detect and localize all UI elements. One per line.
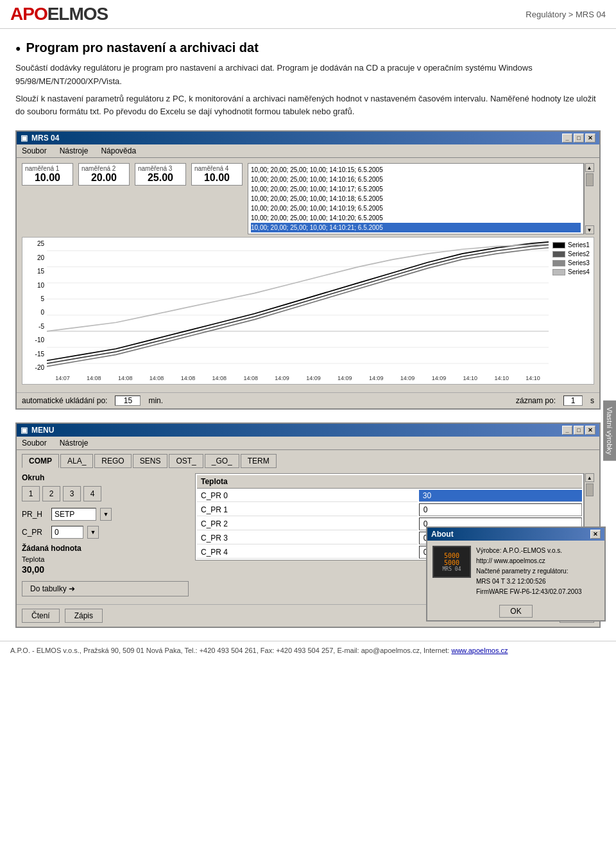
top-header: APOELMOS Regulátory > MRS 04 [0,0,616,29]
do-tabulky-button[interactable]: Do tabulky ➜ [22,581,189,596]
menu-title-text: MENU [31,426,54,435]
menu-tabs: COMP ALA_ REGO SENS OST_ _GO_ TERM [22,454,594,468]
tab-ost[interactable]: OST_ [169,454,203,468]
data-row-6: 10,00; 20,00; 25,00; 10,00; 14:10:21; 6.… [251,223,581,232]
side-tab[interactable]: Vlastní výrobky [603,400,616,461]
mrs-menu-nastroje[interactable]: Nástroje [57,146,91,156]
teplota-val-0[interactable]: 30 [419,490,583,502]
mrs-data-and-scroll: 10,00; 20,00; 25,00; 10,00; 14:10:15; 6.… [248,163,594,234]
paragraph-2: Slouží k nastavení parametrů regulátoru … [15,92,601,119]
mrs-maximize-btn[interactable]: □ [574,134,584,143]
mrs-values-col: naměřená 1 10.00 naměřená 2 20.00 naměře… [22,163,243,234]
about-device-image: 5000 5000 MRS 04 [432,546,471,578]
menu-panel: ▣ MENU _ □ ✕ Soubor Nástroje COMP ALA_ R… [15,422,601,628]
record-label: záznam po: [516,396,556,405]
teplota-scroll-up[interactable]: ▲ [585,473,594,482]
data-row-5: 10,00; 20,00; 25,00; 10,00; 14:10:20; 6.… [251,213,581,223]
tab-sens[interactable]: SENS [133,454,168,468]
about-close-btn[interactable]: ✕ [590,530,601,539]
scroll-thumb[interactable] [586,173,594,186]
legend-series1-label: Series1 [568,241,590,248]
mrs-close-btn[interactable]: ✕ [585,134,595,143]
scroll-down-arrow[interactable]: ▼ [585,225,594,234]
tab-term[interactable]: TERM [241,454,277,468]
data-row-3: 10,00; 20,00; 25,00; 10,00; 14:10:18; 6.… [251,194,581,204]
mrs-data-scrollbar[interactable]: ▲ ▼ [584,163,594,234]
pr-h-label: PR_H [22,510,47,519]
zapis-button[interactable]: Zápis [65,609,103,623]
auto-save-label: automatické ukládání po: [22,396,107,405]
paragraph-1: Součástí dodávky regulátoru je program p… [15,62,601,89]
chart-legend: Series1 Series2 Series3 Series4 [549,238,594,384]
scroll-up-arrow[interactable]: ▲ [585,163,594,172]
tab-comp[interactable]: COMP [22,454,59,468]
c-pr-input[interactable] [51,526,83,539]
mrs-title-icon: ▣ [21,134,28,143]
footer-url[interactable]: www.apoelmos.cz [451,647,508,654]
about-body: 5000 5000 MRS 04 Výrobce: A.P.O.-ELMOS v… [427,541,604,602]
about-device-type: MRS 04 T 3.2 12:00:526 [476,577,599,587]
about-url: http:// www.apoelmos.cz [476,556,599,566]
teplota-label-4: C_PR 4 [197,546,418,559]
zadana-title: Žádaná hodnota [22,544,189,553]
okruh-buttons: 1 2 3 4 [22,486,189,501]
auto-save-input[interactable] [115,396,141,406]
mrs-val-1: naměřená 1 10.00 [22,163,73,186]
tab-rego[interactable]: REGO [94,454,131,468]
mrs-data-list: 10,00; 20,00; 25,00; 10,00; 14:10:15; 6.… [248,163,584,234]
mrs-panel: ▣ MRS 04 _ □ ✕ Soubor Nástroje Nápověda … [15,130,601,410]
menu-titlebar: ▣ MENU _ □ ✕ [17,424,599,437]
about-firmware: FirmWARE FW-P6-12:43/02.07.2003 [476,587,599,597]
chart-yaxis: 25 20 15 10 5 0 -5 -10 -15 -20 [22,238,47,384]
teplota-row-0: C_PR 0 30 [197,490,582,502]
mrs-minimize-btn[interactable]: _ [562,134,572,143]
about-ok-button[interactable]: OK [499,605,532,618]
teplota-val-1[interactable]: 0 [419,503,583,516]
pr-h-row: PR_H ▼ [22,508,189,521]
c-pr-dropdown[interactable]: ▼ [87,526,99,539]
okruh-btn-3[interactable]: 3 [63,486,81,501]
legend-series4: Series4 [552,268,590,275]
okruh-btn-2[interactable]: 2 [42,486,60,501]
okruh-btn-4[interactable]: 4 [83,486,101,501]
menu-panel-content: COMP ALA_ REGO SENS OST_ _GO_ TERM Okruh… [17,450,599,600]
menu-close-btn[interactable]: ✕ [585,426,595,435]
teplota-label-1: C_PR 1 [197,503,418,516]
zadana-val: 30,00 [22,564,189,575]
mrs-title-text: MRS 04 [31,134,59,143]
breadcrumb: Regulátory > MRS 04 [526,10,606,19]
legend-series4-label: Series4 [568,268,590,275]
menu-win-controls[interactable]: _ □ ✕ [562,426,595,435]
mrs-val-2: naměřená 2 20.00 [78,163,130,186]
pr-h-input[interactable] [51,508,96,521]
data-row-2: 10,00; 20,00; 25,00; 10,00; 14:10:17; 6.… [251,184,581,194]
menu-menu-soubor[interactable]: Soubor [19,438,49,448]
mrs-menu-soubor[interactable]: Soubor [19,146,49,156]
mrs-win-controls[interactable]: _ □ ✕ [562,134,595,143]
footer-left-buttons: Čtení Zápis [22,609,103,623]
about-titlebar: About ✕ [427,528,604,541]
menu-menu-nastroje[interactable]: Nástroje [57,438,91,448]
tab-go[interactable]: _GO_ [205,454,239,468]
mrs-menubar: Soubor Nástroje Nápověda [17,144,599,158]
tab-ala[interactable]: ALA_ [60,454,93,468]
record-input[interactable] [563,396,583,406]
zadana-section: Žádaná hodnota Teplota 30,00 [22,544,189,575]
teplota-scroll-thumb[interactable] [586,483,594,496]
chart-main: 14:07 14:08 14:08 14:08 14:08 14:08 14:0… [47,238,549,384]
menu-minimize-btn[interactable]: _ [562,426,572,435]
legend-series1: Series1 [552,241,590,248]
mrs-menu-napoveda[interactable]: Nápověda [98,146,139,156]
auto-save-unit: min. [148,396,163,405]
zadana-sub: Teplota [22,555,189,563]
cteni-button[interactable]: Čtení [22,609,60,623]
legend-series2-label: Series2 [568,250,590,257]
about-dialog: About ✕ 5000 5000 MRS 04 Výrobce: A.P.O.… [426,526,606,622]
teplota-label-0: C_PR 0 [197,490,418,502]
mrs-bottom-bar: automatické ukládání po: min. záznam po:… [17,392,599,408]
pr-h-dropdown[interactable]: ▼ [100,508,112,521]
legend-series2: Series2 [552,250,590,257]
c-pr-row: C_PR ▼ [22,526,189,539]
okruh-btn-1[interactable]: 1 [22,486,40,501]
menu-maximize-btn[interactable]: □ [574,426,584,435]
